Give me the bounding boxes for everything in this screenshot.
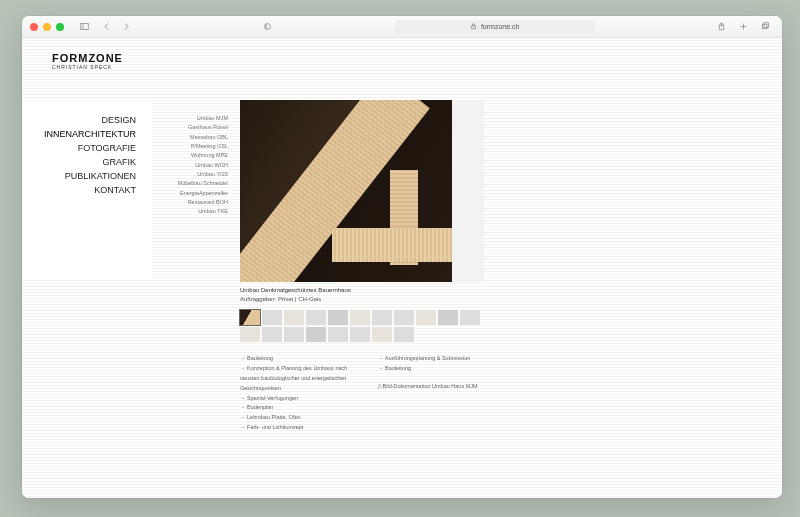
browser-chrome: formzone.ch — [22, 16, 782, 38]
url-bar[interactable]: formzone.ch — [395, 20, 595, 34]
sub-nav-item[interactable]: Umbau MJM — [152, 114, 232, 123]
thumbnail[interactable] — [306, 310, 326, 325]
caption-client: Auftraggeber: Privat | CH-Gais — [240, 295, 500, 304]
thumbnail[interactable] — [240, 310, 260, 325]
back-button[interactable] — [98, 20, 114, 34]
logo[interactable]: FORMZONE — [52, 52, 123, 64]
caption-title: Umbau Denkmalgeschütztes Bauernhaus — [240, 286, 500, 295]
sidebar-toggle-button[interactable] — [76, 20, 92, 34]
window-controls — [30, 23, 64, 31]
detail-item: Bodenplan — [240, 403, 362, 413]
thumbnail[interactable] — [350, 327, 370, 342]
sub-nav-item[interactable]: Umbau WGH — [152, 161, 232, 170]
thumbnail[interactable] — [350, 310, 370, 325]
thumbnail[interactable] — [328, 327, 348, 342]
detail-item: Spezial-Verfugungen — [240, 394, 362, 404]
close-window-button[interactable] — [30, 23, 38, 31]
thumbnail[interactable] — [262, 327, 282, 342]
thumbnail[interactable] — [460, 310, 480, 325]
svg-rect-0 — [80, 24, 88, 30]
project-details: BauleitungKonzeption & Planung des Umbau… — [240, 354, 500, 433]
hero-image[interactable] — [240, 100, 484, 282]
url-text: formzone.ch — [481, 23, 520, 30]
sub-nav-item[interactable]: Umbau YGS — [152, 170, 232, 179]
sub-nav-item[interactable]: Restaurant BOH — [152, 198, 232, 207]
pdf-link[interactable]: Bild-Dokumentation Umbau Haus MJM — [378, 382, 500, 392]
thumbnail[interactable] — [284, 327, 304, 342]
main-nav-item[interactable]: DESIGN — [22, 114, 142, 128]
main-nav-item[interactable]: FOTOGRAFIE — [22, 142, 142, 156]
main-nav-item[interactable]: KONTAKT — [22, 184, 142, 198]
detail-item: Bauleitung — [240, 354, 362, 364]
thumbnail[interactable] — [284, 310, 304, 325]
detail-item: Konzeption & Planung des Umbaus nach neu… — [240, 364, 362, 394]
thumbnail[interactable] — [372, 327, 392, 342]
details-col-left: BauleitungKonzeption & Planung des Umbau… — [240, 354, 362, 433]
sub-nav-item[interactable]: Gasthaus Rössli — [152, 123, 232, 132]
thumbnail[interactable] — [394, 327, 414, 342]
reader-button[interactable] — [259, 20, 275, 34]
thumbnail[interactable] — [416, 310, 436, 325]
sub-nav-item[interactable]: Wohnung MPE — [152, 151, 232, 160]
main-nav-item[interactable]: GRAFIK — [22, 156, 142, 170]
thumbnail[interactable] — [240, 327, 260, 342]
details-col-right: Ausführungsplanung & SubmissionBauleitun… — [378, 354, 500, 433]
thumbnail[interactable] — [262, 310, 282, 325]
forward-button[interactable] — [118, 20, 134, 34]
detail-item: Bauleitung — [378, 364, 500, 374]
thumbnail[interactable] — [372, 310, 392, 325]
page-content: FORMZONE CHRISTIAN SPECK DESIGNINNENARCH… — [22, 38, 782, 498]
main-nav-item[interactable]: PUBLIKATIONEN — [22, 170, 142, 184]
lock-icon — [470, 23, 477, 30]
sub-nav-item[interactable]: Messebau GBL — [152, 133, 232, 142]
thumbnail[interactable] — [438, 310, 458, 325]
site-header: FORMZONE CHRISTIAN SPECK — [52, 46, 123, 76]
sub-nav-item[interactable]: Umbau TKE — [152, 207, 232, 216]
logo-subtitle: CHRISTIAN SPECK — [52, 64, 123, 70]
sub-nav-item[interactable]: EnergieAppenzeller — [152, 189, 232, 198]
sub-nav: Umbau MJMGasthaus RössliMessebau GBLP/Me… — [152, 114, 232, 217]
thumbnail[interactable] — [306, 327, 326, 342]
detail-item: Lehmbau Platte, Ofen — [240, 413, 362, 423]
tabs-button[interactable] — [758, 20, 774, 34]
browser-window: formzone.ch FORMZONE CHRISTIAN SPECK DES… — [22, 16, 782, 498]
svg-rect-3 — [472, 26, 476, 29]
svg-rect-7 — [763, 24, 768, 29]
main-nav-item[interactable]: INNENARCHITEKTUR — [22, 128, 142, 142]
main-nav: DESIGNINNENARCHITEKTURFOTOGRAFIEGRAFIKPU… — [22, 114, 142, 198]
new-tab-button[interactable] — [736, 20, 752, 34]
thumbnail[interactable] — [394, 310, 414, 325]
detail-item: Ausführungsplanung & Submission — [378, 354, 500, 364]
detail-item: Farb- und Lichtkonzept — [240, 423, 362, 433]
minimize-window-button[interactable] — [43, 23, 51, 31]
image-caption: Umbau Denkmalgeschütztes Bauernhaus Auft… — [240, 286, 500, 304]
sub-nav-item[interactable]: Möbelbau Schneider — [152, 179, 232, 188]
svg-rect-8 — [764, 23, 769, 28]
zoom-window-button[interactable] — [56, 23, 64, 31]
share-button[interactable] — [714, 20, 730, 34]
sub-nav-item[interactable]: P/Meeting GSL — [152, 142, 232, 151]
thumbnail[interactable] — [328, 310, 348, 325]
thumbnail-strip — [240, 310, 500, 342]
